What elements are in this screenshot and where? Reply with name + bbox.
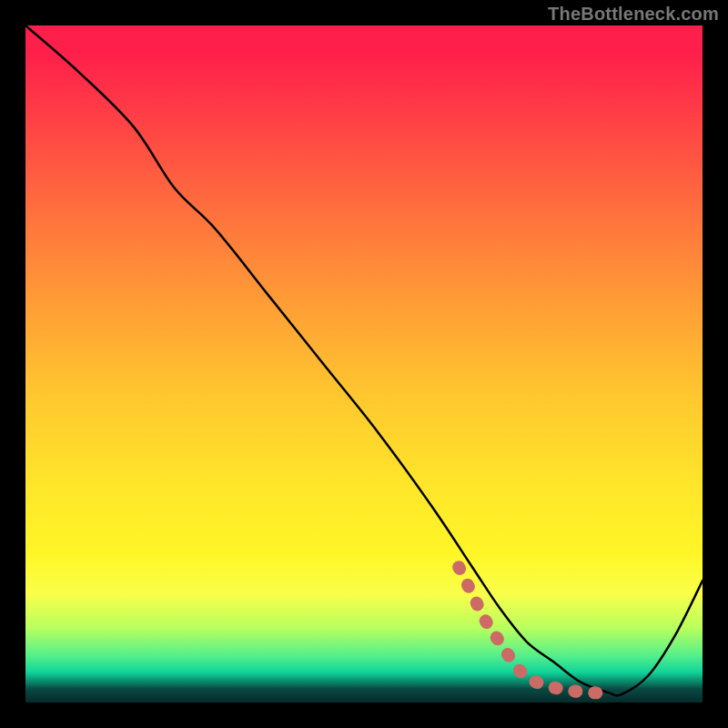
series-curve [25,25,703,695]
chart-svg [25,25,703,703]
attribution-label: TheBottleneck.com [548,4,719,25]
series-highlight [459,567,601,693]
chart-container: TheBottleneck.com [0,0,728,728]
plot-area [25,25,703,703]
